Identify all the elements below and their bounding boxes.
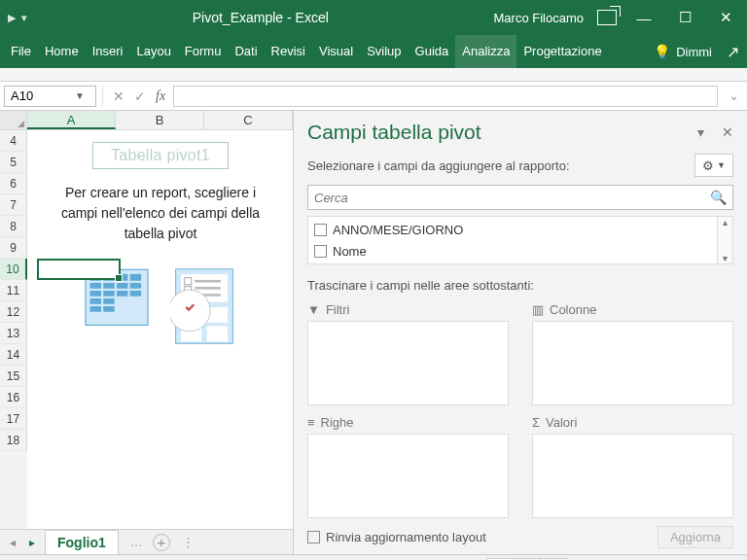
- row-header[interactable]: 16: [0, 387, 27, 408]
- row-header[interactable]: 12: [0, 301, 27, 323]
- column-header-B[interactable]: B: [116, 111, 204, 129]
- row-header[interactable]: 8: [0, 216, 27, 237]
- field-label: Nome: [333, 244, 367, 259]
- row-header[interactable]: 9: [0, 237, 27, 259]
- row-header[interactable]: 15: [0, 366, 27, 387]
- field-row[interactable]: ANNO/MESE/GIORNO: [314, 219, 711, 240]
- add-sheet-button[interactable]: +: [153, 534, 170, 551]
- cancel-formula-icon[interactable]: ✕: [113, 88, 124, 104]
- name-box-dropdown-icon[interactable]: ▼: [73, 90, 87, 101]
- ribbon-options-icon[interactable]: [597, 10, 617, 25]
- share-button[interactable]: ↗: [722, 43, 743, 61]
- search-input[interactable]: [314, 191, 710, 205]
- filter-icon: ▼: [307, 302, 320, 317]
- tab-review[interactable]: Revisi: [265, 35, 312, 68]
- row-header[interactable]: 5: [0, 152, 27, 173]
- chevron-down-icon: ▼: [717, 160, 726, 170]
- rows-label: Righe: [321, 415, 354, 430]
- filters-dropbox[interactable]: [307, 321, 509, 405]
- filters-label: Filtri: [326, 302, 350, 317]
- pane-title: Campi tabella pivot: [307, 121, 481, 144]
- values-dropbox[interactable]: [532, 434, 733, 518]
- name-box[interactable]: ▼: [4, 86, 96, 107]
- column-header-C[interactable]: C: [204, 111, 293, 129]
- formula-input[interactable]: [174, 87, 717, 106]
- name-box-input[interactable]: [5, 88, 73, 103]
- tell-me[interactable]: 💡 Dimmi: [654, 44, 712, 59]
- chevron-right-icon: ▶: [8, 12, 16, 24]
- checkbox-icon[interactable]: [314, 245, 327, 258]
- worksheet-area[interactable]: A B C 4 5 6 7 8 9 10 11 12 13 14 15 16 1…: [0, 111, 294, 554]
- sheet-nav-next-icon[interactable]: ▸: [25, 536, 39, 549]
- scroll-up-icon[interactable]: ▴: [723, 217, 728, 228]
- filters-area[interactable]: ▼Filtri: [307, 302, 509, 405]
- field-list[interactable]: ANNO/MESE/GIORNO Nome ▴ ▾: [307, 216, 733, 264]
- row-header[interactable]: 11: [0, 280, 27, 301]
- row-header[interactable]: 4: [0, 130, 27, 152]
- tab-layout[interactable]: Layou: [129, 35, 177, 68]
- search-fields[interactable]: 🔍: [307, 185, 733, 210]
- field-row[interactable]: Nome: [314, 240, 711, 262]
- svg-rect-16: [103, 306, 114, 312]
- confirm-formula-icon[interactable]: ✓: [134, 88, 146, 104]
- checkbox-icon[interactable]: [307, 531, 320, 543]
- row-header[interactable]: 13: [0, 323, 27, 344]
- row-header[interactable]: 7: [0, 194, 27, 216]
- user-name[interactable]: Marco Filocamo: [494, 11, 584, 25]
- formula-bar-expand-icon[interactable]: ⌄: [726, 88, 741, 103]
- tab-file[interactable]: File: [4, 35, 38, 68]
- defer-layout[interactable]: Rinvia aggiornamento layout: [307, 530, 486, 544]
- values-area[interactable]: ΣValori: [532, 415, 733, 518]
- active-cell[interactable]: [37, 259, 121, 280]
- columns-dropbox[interactable]: [532, 321, 733, 405]
- maximize-button[interactable]: ☐: [671, 9, 698, 26]
- tab-data[interactable]: Dati: [228, 35, 264, 68]
- tab-help[interactable]: Guida: [409, 35, 456, 68]
- column-header-A[interactable]: A: [27, 111, 116, 129]
- gear-icon: ⚙: [702, 158, 714, 173]
- svg-rect-13: [90, 298, 101, 304]
- rows-dropbox[interactable]: [307, 434, 509, 518]
- row-headers: 4 5 6 7 8 9 10 11 12 13 14 15 16 17 18: [0, 130, 27, 529]
- svg-rect-10: [103, 291, 114, 297]
- tab-view[interactable]: Visual: [312, 35, 360, 68]
- svg-rect-12: [130, 291, 141, 297]
- cell-grid[interactable]: Tabella pivot1 Per creare un report, sce…: [27, 130, 293, 529]
- layout-options-button[interactable]: ⚙ ▼: [694, 154, 733, 177]
- tab-formulas[interactable]: Formu: [178, 35, 229, 68]
- sheet-separator-icon: ⋮: [182, 535, 196, 549]
- tab-design[interactable]: Progettazione: [516, 35, 608, 68]
- svg-rect-7: [117, 283, 127, 289]
- rows-area[interactable]: ≡Righe: [307, 415, 509, 518]
- chevron-down-icon[interactable]: ▾: [21, 12, 27, 24]
- checkbox-icon[interactable]: [314, 224, 327, 236]
- pivot-placeholder-message: Per creare un report, scegliere i campi …: [51, 183, 270, 244]
- close-button[interactable]: ✕: [712, 9, 739, 26]
- sheet-tabs-more-icon[interactable]: …: [130, 535, 143, 549]
- row-header[interactable]: 18: [0, 430, 27, 451]
- minimize-button[interactable]: —: [630, 10, 658, 26]
- tab-developer[interactable]: Svilup: [360, 35, 408, 68]
- row-header[interactable]: 10: [0, 259, 27, 280]
- search-icon[interactable]: 🔍: [710, 190, 727, 205]
- row-header[interactable]: 17: [0, 408, 27, 430]
- sheet-nav-prev-icon[interactable]: ◂: [6, 536, 19, 549]
- tab-home[interactable]: Home: [38, 35, 86, 68]
- update-button[interactable]: Aggiorna: [658, 526, 733, 548]
- pane-close-icon[interactable]: ✕: [722, 124, 733, 140]
- row-header[interactable]: 14: [0, 344, 27, 366]
- rows-icon: ≡: [307, 415, 315, 430]
- select-all-corner[interactable]: [0, 111, 27, 129]
- row-header[interactable]: 6: [0, 173, 27, 194]
- field-scrollbar[interactable]: ▴ ▾: [717, 217, 732, 263]
- formula-input-wrapper[interactable]: [173, 86, 718, 107]
- columns-area[interactable]: ▥Colonne: [532, 302, 733, 405]
- pane-dropdown-icon[interactable]: ▾: [697, 124, 704, 140]
- sheet-tab-active[interactable]: Foglio1: [45, 530, 119, 554]
- ribbon-collapsed-strip: [0, 68, 747, 82]
- scroll-down-icon[interactable]: ▾: [723, 253, 728, 263]
- svg-rect-5: [90, 283, 101, 289]
- tab-analyze[interactable]: Analizza: [455, 35, 516, 68]
- fx-icon[interactable]: fx: [156, 88, 165, 104]
- tab-insert[interactable]: Inseri: [86, 35, 130, 68]
